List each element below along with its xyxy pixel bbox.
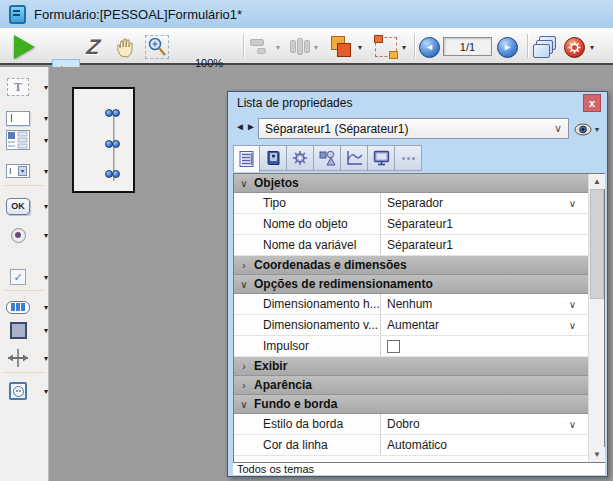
chevron-down-icon[interactable]: ▾ [44, 83, 48, 92]
chevron-down-icon[interactable]: ▾ [44, 114, 48, 123]
tab-events[interactable] [341, 145, 368, 171]
selection-handle[interactable] [112, 109, 120, 117]
form-window-icon [9, 5, 26, 24]
next-page-button[interactable]: ► [497, 33, 518, 61]
list-icon [239, 151, 255, 167]
property-row: Estilo da bordaDobro∨ [234, 414, 588, 435]
toolbar-separator [243, 34, 244, 58]
property-value[interactable] [381, 336, 588, 356]
align-icon [250, 38, 272, 56]
tab-settings[interactable] [287, 145, 314, 171]
tab-list[interactable] [233, 145, 260, 172]
scroll-up-icon[interactable]: ▲ [589, 174, 605, 189]
property-value[interactable]: Aumentar∨ [381, 315, 588, 335]
settings-button[interactable] [564, 33, 585, 61]
checkbox-tool-icon: ✓ [10, 269, 26, 285]
rectangle-tool-icon [10, 322, 27, 339]
object-prev-next-arrows[interactable]: ◄► [235, 121, 257, 132]
chevron-down-icon[interactable]: ▾ [44, 303, 48, 312]
property-value[interactable]: Séparateur1 [381, 235, 588, 255]
gear-icon [292, 150, 308, 166]
property-value[interactable]: Nenhum∨ [381, 294, 588, 314]
plugin-area-tool[interactable]: ▾ [6, 378, 48, 404]
property-value[interactable]: Séparateur1 [381, 214, 588, 234]
group-label: Coordenadas e dimensões [254, 258, 407, 272]
next-page-icon: ► [497, 37, 518, 58]
chevron-down-icon[interactable]: ▾ [44, 326, 48, 335]
execute-form-button[interactable] [14, 33, 35, 61]
property-group-header[interactable]: ›Exibir [234, 357, 588, 376]
chevron-right-icon: › [234, 380, 254, 391]
align-dropdown: ▾ [276, 33, 280, 61]
property-group-header[interactable]: ∨Objetos [234, 174, 588, 193]
tab-display[interactable] [368, 145, 395, 171]
view-options-button[interactable]: ▾ [574, 120, 604, 138]
splitter-tool[interactable]: ▾ [6, 345, 48, 371]
property-row: Nome da variávelSéparateur1 [234, 235, 588, 256]
entry-order-tool-button[interactable]: Z [87, 33, 100, 61]
form-page[interactable] [72, 87, 135, 193]
tab-more[interactable] [395, 145, 422, 171]
group-label: Aparência [254, 378, 312, 392]
property-group-header[interactable]: ›Aparência [234, 376, 588, 395]
property-group-header[interactable]: ›Coordenadas e dimensões [234, 256, 588, 275]
rectangle-tool[interactable]: ▾ [6, 317, 48, 343]
button-tool[interactable]: OK ▾ [6, 193, 48, 219]
text-tool[interactable]: T ▾ [6, 74, 48, 100]
property-value[interactable]: Automático [381, 435, 588, 455]
chevron-right-icon: › [234, 260, 254, 271]
property-group-header[interactable]: ∨Opções de redimensionamento [234, 275, 588, 294]
scrollbar-thumb[interactable] [590, 189, 604, 299]
chevron-down-icon[interactable]: ▾ [44, 167, 48, 176]
checkbox-tool[interactable]: ✓ ▾ [6, 264, 48, 290]
palette-divider [4, 185, 44, 186]
palette-divider [4, 290, 44, 291]
move-tool-button[interactable] [115, 33, 137, 61]
selection-handle[interactable] [112, 140, 120, 148]
level-dropdown[interactable]: ▾ [358, 33, 362, 61]
button-tool-icon: OK [6, 198, 30, 215]
chart-icon [346, 150, 363, 166]
group-tool-button[interactable] [375, 33, 397, 61]
checkbox[interactable] [387, 340, 400, 353]
tab-data[interactable] [260, 145, 287, 171]
object-selector[interactable]: Séparateur1 (Séparateur1) ∨ [258, 118, 569, 139]
combo-box-tool[interactable]: I▾ ▾ [6, 158, 48, 184]
property-row: Cor da linhaAutomático [234, 435, 588, 456]
property-value[interactable]: Dobro∨ [381, 414, 588, 434]
group-dropdown[interactable]: ▾ [402, 33, 406, 61]
selection-handle[interactable] [112, 170, 120, 178]
level-tool-button[interactable] [330, 33, 354, 61]
previous-page-button[interactable]: ◄ [419, 33, 440, 61]
chevron-down-icon[interactable]: ▾ [44, 231, 48, 240]
tab-objects[interactable] [314, 145, 341, 171]
pages-icon [533, 35, 559, 59]
chevron-down-icon[interactable]: ▾ [44, 387, 48, 396]
zoom-tool-button[interactable] [145, 33, 169, 61]
value-text: Separador [387, 196, 569, 210]
chevron-down-icon[interactable]: ▾ [44, 136, 48, 145]
radio-button-tool[interactable]: ▾ [6, 222, 48, 248]
chevron-down-icon[interactable]: ▾ [44, 354, 48, 363]
property-row: Dimensionamento h...Nenhum∨ [234, 294, 588, 315]
toolbar-separator [414, 34, 415, 58]
form-pages-button[interactable] [533, 33, 559, 61]
vertical-scrollbar[interactable]: ▲ ▼ [588, 174, 604, 462]
property-label: Nome da variável [234, 235, 381, 255]
settings-dropdown[interactable]: ▾ [590, 33, 594, 61]
window-title: Formulário:[PESSOAL]Formulário1* [34, 7, 242, 22]
property-list-area: ∨ObjetosTipoSeparador∨Nome do objetoSépa… [233, 173, 605, 463]
close-icon[interactable]: x [583, 94, 601, 112]
chevron-down-icon[interactable]: ▾ [44, 273, 48, 282]
chevron-down-icon[interactable]: ▾ [44, 202, 48, 211]
text-tool-icon: T [7, 78, 29, 96]
property-value[interactable]: Separador∨ [381, 193, 588, 213]
chevron-down-icon: ∨ [234, 399, 254, 410]
property-group-header[interactable]: ∨Fundo e borda [234, 395, 588, 414]
palette-divider [4, 372, 44, 373]
group-icon [375, 37, 397, 57]
shapes-icon [319, 150, 336, 166]
panel-footer: Todos os temas [233, 463, 605, 475]
scroll-down-icon[interactable]: ▼ [589, 447, 605, 462]
list-box-tool[interactable]: ▾ [6, 127, 48, 153]
